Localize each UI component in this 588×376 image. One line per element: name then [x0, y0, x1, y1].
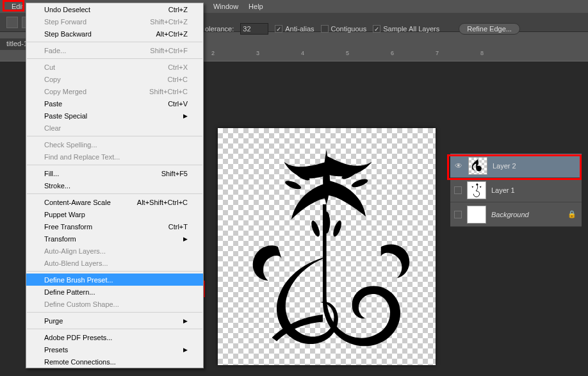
ruler-tick: 5: [346, 50, 349, 56]
artwork: [218, 128, 436, 365]
submenu-arrow-icon: ▶: [183, 236, 188, 242]
menu-item-define-custom-shape: Define Custom Shape...: [26, 298, 203, 310]
visibility-eye-icon[interactable]: 👁: [454, 161, 463, 170]
menu-item-label: Fade...: [44, 47, 66, 54]
menu-item-label: Content-Aware Scale: [44, 199, 111, 206]
tool-swatch-1[interactable]: [6, 17, 18, 28]
menu-separator: [27, 136, 202, 136]
menu-separator: [27, 193, 202, 194]
menu-item-shortcut: Ctrl+Z: [168, 6, 188, 13]
menu-item-label: Clear: [44, 124, 61, 132]
menu-item-label: Copy: [44, 76, 61, 83]
menu-item-puppet-warp[interactable]: Puppet Warp: [26, 208, 203, 220]
menu-item-shortcut: Shift+Ctrl+Z: [150, 18, 188, 26]
menu-item-paste-special[interactable]: Paste Special▶: [26, 110, 203, 122]
layer-row-layer1[interactable]: Layer 1: [450, 178, 582, 202]
visibility-box[interactable]: [454, 186, 462, 194]
menu-item-label: Copy Merged: [44, 88, 86, 95]
menu-item-find-and-replace-text: Find and Replace Text...: [26, 151, 203, 163]
menu-item-label: Check Spelling...: [44, 141, 97, 149]
menu-item-copy: CopyCtrl+C: [26, 73, 203, 85]
menu-item-stroke[interactable]: Stroke...: [26, 179, 203, 192]
visibility-box[interactable]: [454, 211, 462, 218]
ruler-tick: 4: [301, 50, 304, 56]
menu-item-shortcut: Ctrl+T: [168, 223, 188, 231]
options-bar: olerance: Anti-alias Contiguous Sample A…: [205, 19, 520, 38]
menu-separator: [27, 312, 202, 313]
layer-row-background[interactable]: Background 🔒: [450, 202, 582, 227]
refine-edge-button[interactable]: Refine Edge...: [459, 23, 520, 35]
menu-item-label: Paste Special: [44, 112, 87, 120]
layer-name[interactable]: Layer 1: [491, 186, 515, 194]
layer-row-layer2[interactable]: 👁 Layer 2: [450, 154, 582, 178]
menu-item-label: Step Forward: [44, 18, 86, 26]
menu-item-auto-blend-layers: Auto-Blend Layers...: [26, 257, 203, 269]
layer-thumbnail[interactable]: [468, 157, 487, 175]
menu-item-label: Paste: [44, 100, 62, 108]
menu-separator: [27, 271, 202, 272]
menu-help[interactable]: Help: [243, 1, 268, 12]
menu-item-step-backward[interactable]: Step BackwardAlt+Ctrl+Z: [26, 28, 203, 40]
ruler-tick: 7: [436, 50, 439, 56]
edit-dropdown-menu: Undo DeselectCtrl+ZStep ForwardShift+Ctr…: [26, 3, 204, 368]
menu-separator: [27, 42, 202, 42]
sampleall-checkbox[interactable]: [373, 25, 380, 33]
submenu-arrow-icon: ▶: [183, 318, 188, 324]
menu-item-purge[interactable]: Purge▶: [26, 315, 203, 327]
tolerance-input[interactable]: [240, 23, 268, 35]
menu-item-label: Adobe PDF Presets...: [44, 334, 112, 341]
menu-item-auto-align-layers: Auto-Align Layers...: [26, 245, 203, 257]
menu-item-label: Transform: [44, 235, 76, 243]
layer-name[interactable]: Background: [491, 211, 529, 218]
menu-item-adobe-pdf-presets[interactable]: Adobe PDF Presets...: [26, 331, 203, 343]
menu-window[interactable]: Window: [208, 1, 243, 12]
ruler-tick: 3: [256, 50, 259, 56]
ruler-tick: 6: [391, 50, 394, 56]
menu-item-transform[interactable]: Transform▶: [26, 233, 203, 245]
menu-item-define-brush-preset[interactable]: Define Brush Preset...: [26, 274, 203, 286]
menu-item-label: Stroke...: [44, 182, 70, 190]
menu-item-clear: Clear: [26, 122, 203, 134]
menu-item-label: Presets: [44, 346, 68, 354]
canvas[interactable]: [218, 128, 436, 365]
menu-item-remote-connections[interactable]: Remote Connections...: [26, 356, 203, 368]
antialias-checkbox[interactable]: [275, 25, 282, 33]
menu-separator: [27, 58, 202, 59]
menu-separator: [27, 329, 202, 329]
menu-item-shortcut: Ctrl+C: [168, 76, 188, 83]
menu-item-copy-merged: Copy MergedShift+Ctrl+C: [26, 85, 203, 97]
layer-name[interactable]: Layer 2: [493, 162, 516, 170]
menu-item-label: Auto-Blend Layers...: [44, 259, 108, 267]
menu-item-label: Find and Replace Text...: [44, 153, 120, 161]
menu-item-label: Step Backward: [44, 30, 92, 38]
menu-item-define-pattern[interactable]: Define Pattern...: [26, 286, 203, 298]
layer-thumbnail[interactable]: [467, 181, 486, 199]
menu-item-label: Define Custom Shape...: [44, 300, 119, 308]
menu-item-label: Puppet Warp: [44, 211, 85, 218]
menu-item-presets[interactable]: Presets▶: [26, 343, 203, 356]
layer-thumbnail[interactable]: [467, 206, 486, 224]
menu-item-shortcut: Ctrl+V: [168, 100, 188, 108]
menu-item-paste[interactable]: PasteCtrl+V: [26, 97, 203, 110]
menu-item-fill[interactable]: Fill...Shift+F5: [26, 167, 203, 179]
contiguous-label: Contiguous: [331, 25, 367, 33]
contiguous-checkbox[interactable]: [321, 25, 329, 33]
menu-item-shortcut: Alt+Shift+Ctrl+C: [137, 199, 188, 206]
menu-item-label: Purge: [44, 317, 63, 325]
layers-panel: 👁 Layer 2 Layer 1 Background 🔒: [450, 154, 582, 227]
menu-item-undo-deselect[interactable]: Undo DeselectCtrl+Z: [26, 3, 203, 15]
menu-item-check-spelling: Check Spelling...: [26, 138, 203, 151]
menu-item-label: Fill...: [44, 170, 59, 177]
sampleall-label: Sample All Layers: [383, 25, 439, 33]
svg-point-1: [351, 177, 369, 189]
menu-separator: [27, 165, 202, 165]
menu-item-shortcut: Alt+Ctrl+Z: [156, 30, 188, 38]
submenu-arrow-icon: ▶: [183, 347, 188, 353]
submenu-arrow-icon: ▶: [183, 113, 188, 119]
svg-point-3: [284, 179, 302, 191]
ruler-tick: 2: [211, 50, 215, 56]
menu-item-free-transform[interactable]: Free TransformCtrl+T: [26, 220, 203, 233]
svg-point-5: [310, 220, 322, 238]
menu-item-label: Cut: [44, 63, 55, 71]
menu-item-content-aware-scale[interactable]: Content-Aware ScaleAlt+Shift+Ctrl+C: [26, 196, 203, 208]
